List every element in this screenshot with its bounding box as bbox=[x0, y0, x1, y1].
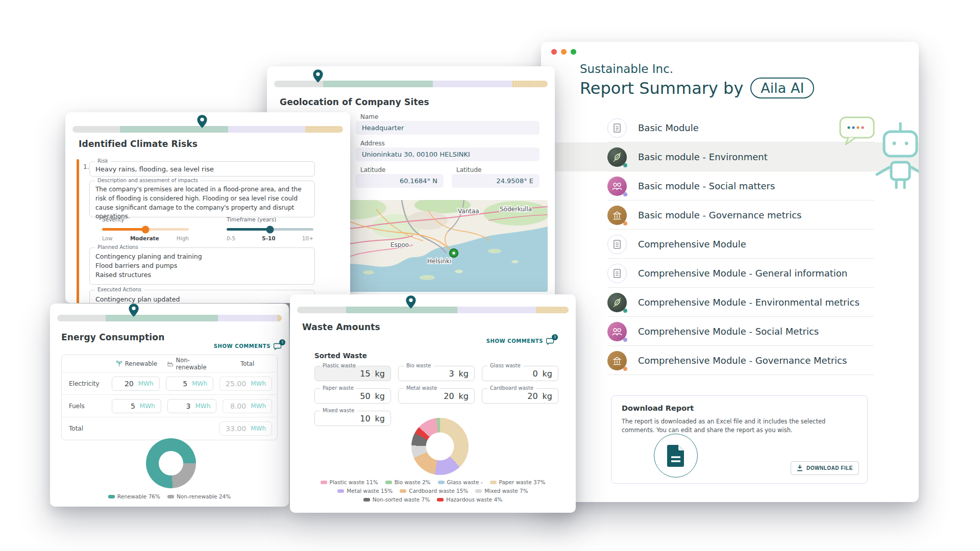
impact-textarea[interactable]: Description and assessment of impacts Th… bbox=[89, 181, 315, 217]
timeframe-track[interactable] bbox=[227, 228, 313, 231]
severity-tick-low: Low bbox=[102, 235, 113, 241]
fuels-nonrenewable-input[interactable]: 3MWh bbox=[167, 399, 217, 413]
impact-label: Description and assessment of impacts bbox=[95, 178, 201, 183]
app-canvas: Sustainable Inc. Report Summary by Aila … bbox=[0, 0, 980, 551]
electricity-renewable-input[interactable]: 20MWh bbox=[112, 377, 160, 391]
module-label: Basic module - Governance metrics bbox=[638, 210, 801, 220]
show-comments-button[interactable]: SHOW COMMENTS 3 bbox=[486, 337, 554, 344]
risk-label: Risk bbox=[95, 158, 111, 164]
electricity-total-field: 25.00MWh bbox=[219, 377, 272, 391]
download-file-button[interactable]: DOWNLOAD FILE bbox=[791, 461, 859, 475]
name-label: Name bbox=[360, 113, 378, 120]
energy-consumption-card: Energy Consumption SHOW COMMENTS 3 Renew… bbox=[50, 304, 289, 507]
timeframe-tick-0-5: 0-5 bbox=[227, 235, 235, 241]
mixed-waste-input[interactable]: Mixed waste10kg bbox=[314, 411, 391, 426]
module-row-comprehensive-social[interactable]: Comprehensive Module - Social Metrics bbox=[541, 317, 919, 346]
legend-item: Mixed waste 7% bbox=[475, 488, 528, 494]
grand-total-field: 33.00MWh bbox=[219, 421, 272, 436]
row-label: Electricity bbox=[67, 380, 106, 387]
status-dot bbox=[623, 309, 627, 313]
progress-bar bbox=[72, 126, 343, 133]
column-total: Total bbox=[240, 360, 254, 367]
module-label: Basic module - Social matters bbox=[638, 181, 775, 191]
planned-actions-textarea[interactable]: Planned Actions Contingency planing and … bbox=[89, 247, 315, 285]
legend-item: Paper waste 37% bbox=[490, 479, 546, 485]
minimize-window-icon[interactable] bbox=[561, 49, 567, 55]
excel-file-icon bbox=[654, 434, 698, 478]
legend-item: Cardboard waste 15% bbox=[400, 488, 468, 494]
map-label-helsinki: Helsinki bbox=[427, 258, 451, 265]
aila-ai-badge: Aila AI bbox=[750, 78, 814, 98]
table-row-total: Total 33.00MWh bbox=[62, 417, 277, 440]
document-icon bbox=[607, 235, 627, 254]
column-nonrenewable: Non-renewable bbox=[176, 357, 217, 371]
module-label: Comprehensive Module - General informati… bbox=[638, 268, 847, 279]
planned-action-line: Contingency planing and training bbox=[95, 252, 309, 261]
risk-input[interactable]: Risk Heavy rains, flooding, sea level ri… bbox=[89, 161, 315, 177]
energy-table: Renewable Non-renewable Total Electricit… bbox=[61, 355, 278, 440]
bank-icon bbox=[607, 351, 627, 370]
card-title: Identified Climate Risks bbox=[79, 139, 198, 149]
executed-actions-textarea[interactable]: Executed Actions Contingency plan update… bbox=[89, 290, 315, 303]
row-label: Total bbox=[67, 425, 106, 432]
bio-waste-input[interactable]: Bio waste3kg bbox=[398, 366, 475, 381]
timeframe-thumb[interactable] bbox=[266, 226, 274, 233]
maximize-window-icon[interactable] bbox=[571, 49, 576, 55]
metal-waste-input[interactable]: Metal waste20kg bbox=[398, 388, 475, 404]
name-value: Headquarter bbox=[362, 124, 404, 132]
people-icon bbox=[607, 322, 627, 341]
severity-thumb[interactable] bbox=[142, 226, 150, 233]
address-input[interactable]: Unioninkatu 30, 00100 HELSINKI bbox=[356, 147, 540, 161]
document-icon bbox=[607, 118, 627, 138]
module-row-comprehensive-general[interactable]: Comprehensive Module - General informati… bbox=[541, 259, 919, 288]
legend-item: Non-renewable 24% bbox=[167, 493, 231, 499]
module-row-comprehensive-environmental[interactable]: Comprehensive Module - Environmental met… bbox=[541, 288, 919, 317]
planned-action-line: Flood barriers and pumps bbox=[95, 261, 309, 270]
latitude-input[interactable]: 60.1684° N bbox=[356, 174, 444, 188]
close-window-icon[interactable] bbox=[551, 49, 557, 55]
executed-actions-label: Executed Actions bbox=[95, 287, 144, 292]
status-dot bbox=[623, 192, 627, 196]
module-row-comprehensive-governance[interactable]: Comprehensive Module - Governance Metric… bbox=[541, 346, 919, 375]
glass-waste-input[interactable]: Glass waste0kg bbox=[482, 366, 558, 381]
paper-waste-input[interactable]: Paper waste50kg bbox=[314, 388, 391, 404]
energy-table-header: Renewable Non-renewable Total bbox=[62, 355, 277, 372]
location-pin-icon[interactable] bbox=[312, 69, 324, 83]
leaf-icon bbox=[607, 293, 627, 312]
name-input[interactable]: Headquarter bbox=[356, 121, 540, 135]
legend-item: Plastic waste 11% bbox=[321, 479, 378, 485]
download-report-panel: Download Report The report is downloaded… bbox=[611, 395, 868, 484]
latitude-value: 60.1684° N bbox=[400, 177, 437, 185]
status-dot bbox=[623, 338, 627, 342]
waste-amounts-card: Waste Amounts SHOW COMMENTS 3 Sorted Was… bbox=[290, 294, 576, 513]
longitude-input[interactable]: 24.9508° E bbox=[452, 174, 540, 188]
legend-item: Metal waste 15% bbox=[337, 488, 393, 494]
show-comments-label: SHOW COMMENTS bbox=[214, 343, 271, 349]
leaf-icon bbox=[607, 147, 627, 167]
location-pin-icon[interactable] bbox=[197, 114, 208, 129]
document-icon bbox=[607, 264, 627, 283]
energy-donut-chart bbox=[146, 438, 196, 488]
map-label-vantaa: Vantaa bbox=[458, 208, 479, 215]
show-comments-button[interactable]: SHOW COMMENTS 3 bbox=[214, 342, 282, 349]
severity-label: Severity bbox=[102, 216, 189, 222]
non-renewable-factory-icon bbox=[167, 361, 174, 367]
severity-track[interactable] bbox=[102, 228, 189, 231]
location-pin-icon[interactable] bbox=[405, 295, 416, 309]
location-pin-icon[interactable] bbox=[128, 304, 139, 317]
progress-bar bbox=[57, 315, 282, 321]
plastic-waste-input[interactable]: Plastic waste15kg bbox=[314, 366, 391, 381]
download-icon bbox=[797, 465, 803, 471]
module-label: Comprehensive Module bbox=[638, 239, 746, 249]
table-row-fuels: Fuels 5MWh 3MWh 8.00MWh bbox=[62, 395, 277, 417]
map-label-espoo: Espoo bbox=[390, 241, 409, 248]
module-row-comprehensive[interactable]: Comprehensive Module bbox=[541, 230, 919, 259]
fuels-renewable-input[interactable]: 5MWh bbox=[112, 399, 161, 413]
show-comments-label: SHOW COMMENTS bbox=[486, 338, 543, 344]
report-title-row: Report Summary by Aila AI bbox=[580, 78, 814, 98]
module-row-basic-governance[interactable]: Basic module - Governance metrics bbox=[541, 201, 919, 230]
legend-item: Bio waste 2% bbox=[385, 479, 431, 485]
electricity-nonrenewable-input[interactable]: 5MWh bbox=[166, 377, 214, 391]
cardboard-waste-input[interactable]: Cardboard waste20kg bbox=[482, 388, 558, 404]
card-title: Geolocation of Company Sites bbox=[280, 97, 429, 107]
